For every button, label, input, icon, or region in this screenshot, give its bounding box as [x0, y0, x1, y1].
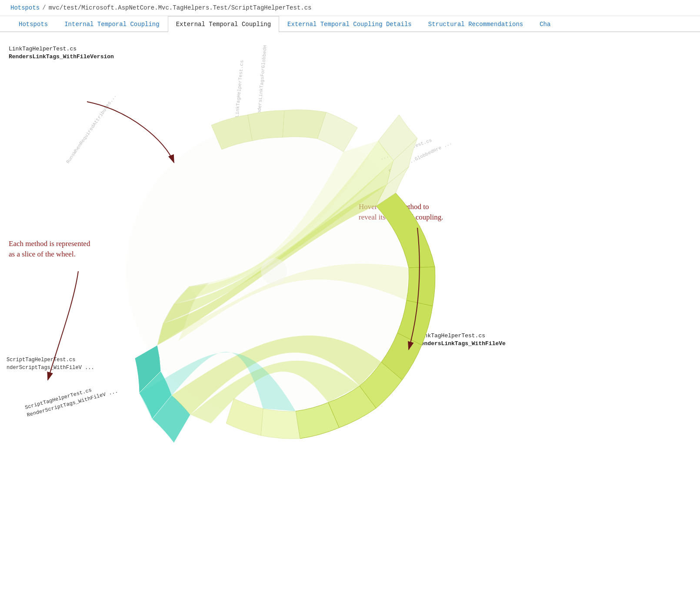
main-content: LinkTagHelperTest.cs RendersLinkTags_Wit… [0, 32, 700, 601]
tab-internal-coupling[interactable]: Internal Temporal Coupling [56, 16, 167, 32]
svg-point-2 [261, 258, 287, 284]
tab-bar: Hotspots Internal Temporal Coupling Exte… [0, 16, 700, 32]
tooltip-filename: LinkTagHelperTest.cs [9, 45, 114, 53]
tab-structural-recommendations[interactable]: Structural Recommendations [420, 16, 531, 32]
tab-external-coupling[interactable]: External Temporal Coupling [168, 16, 279, 32]
arc-segment-lime-large-2[interactable] [407, 267, 435, 306]
tab-hotspots[interactable]: Hotspots [10, 16, 56, 32]
breadcrumb-separator: / [42, 4, 46, 11]
tooltip-label-topleft: LinkTagHelperTest.cs RendersLinkTags_Wit… [9, 45, 114, 61]
arc-segment-pale-right-1[interactable] [261, 409, 300, 439]
breadcrumb-current-path: mvc/test/Microsoft.AspNetCore.Mvc.TagHel… [49, 4, 312, 11]
breadcrumb-bar: Hotspots / mvc/test/Microsoft.AspNetCore… [0, 0, 700, 16]
arc-segment-pale-top-4[interactable] [248, 110, 284, 141]
tooltip-methodname: RendersLinkTags_WithFileVersion [9, 53, 114, 61]
breadcrumb-link-hotspots[interactable]: Hotspots [10, 4, 40, 11]
tab-cha[interactable]: Cha [531, 16, 559, 32]
chord-diagram-svg[interactable] [78, 76, 470, 467]
tab-external-coupling-details[interactable]: External Temporal Coupling Details [279, 16, 420, 32]
